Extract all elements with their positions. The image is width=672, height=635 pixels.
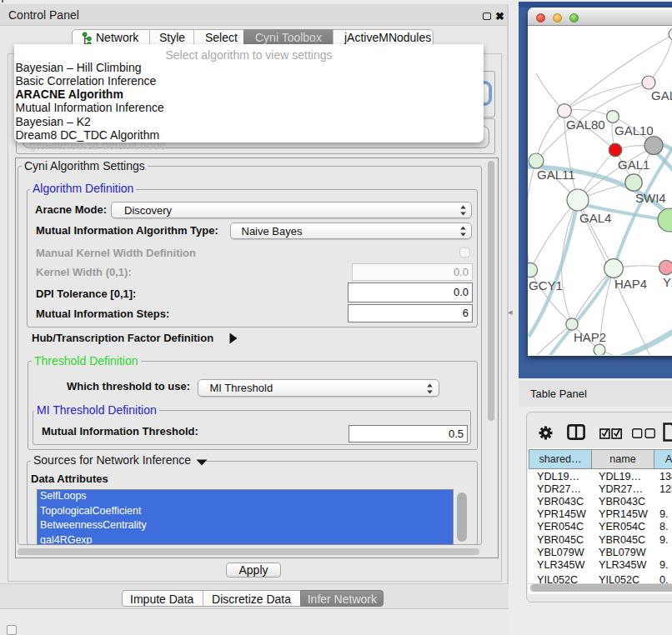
- svg-text:HAP4: HAP4: [614, 277, 647, 291]
- svg-text:SWI4: SWI4: [635, 191, 666, 205]
- svg-text:GAL80: GAL80: [566, 118, 605, 132]
- svg-text:HAP2: HAP2: [574, 330, 606, 344]
- svg-text:GAL1: GAL1: [618, 158, 649, 172]
- svg-text:Y: Y: [663, 275, 671, 289]
- svg-text:GCY1: GCY1: [529, 278, 563, 292]
- svg-text:GAL10: GAL10: [614, 123, 654, 138]
- svg-text:GAL2: GAL2: [651, 88, 672, 102]
- svg-text:GAL4: GAL4: [579, 211, 611, 225]
- svg-text:GAL11: GAL11: [537, 168, 575, 182]
